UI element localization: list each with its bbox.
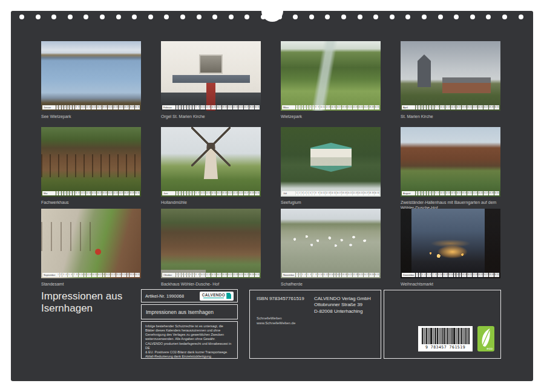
- strip-day-cell: 17: [339, 273, 342, 277]
- strip-day-cell: 14: [451, 273, 453, 277]
- calendar-cell: April12345678910111213141516171819202122…: [401, 41, 500, 127]
- strip-day-cell: 10: [440, 273, 442, 277]
- calendar-photo: März123456789101112131415161718192021222…: [281, 41, 381, 111]
- strip-day-cell: 16: [217, 191, 219, 195]
- calendar-cell: Oktober123456789101112131415161718192021…: [161, 209, 261, 287]
- strip-day-cell: 31: [377, 273, 379, 277]
- strip-day-cell: 25: [241, 105, 243, 109]
- strip-day-cell: 25: [361, 105, 363, 109]
- barcode-bar: [467, 328, 468, 344]
- strip-day-cell: 8: [195, 105, 197, 109]
- strip-day-cell: 14: [331, 105, 333, 109]
- hanger-hole: [261, 0, 283, 22]
- strip-day-cell: 10: [81, 273, 84, 277]
- strip-day-cell: 20: [467, 191, 470, 195]
- strip-day-cell: 23: [355, 105, 358, 109]
- mini-calendar-strip: Oktober123456789101112131415161718192021…: [162, 273, 260, 277]
- calendar-cell: Januar1234567891011121314151617181920212…: [41, 41, 141, 127]
- strip-day-cell: 1: [57, 273, 59, 277]
- strip-day-cell: 27: [126, 191, 129, 195]
- strip-day-cell: 1: [296, 273, 298, 277]
- strip-day-cell: 27: [366, 105, 369, 109]
- strip-day-cell: 25: [241, 191, 243, 195]
- photo-caption: St. Marien Kirche: [401, 114, 500, 119]
- strip-day-cell: 24: [119, 273, 121, 277]
- strip-month-label: September: [42, 273, 57, 277]
- strip-day-cell: 6: [309, 105, 312, 109]
- strip-day-cell: 18: [102, 105, 105, 109]
- eco-label: eco: [487, 347, 493, 350]
- strip-day-cell: 12: [326, 191, 328, 195]
- strip-day-cell: 31: [257, 273, 260, 277]
- punch-hole: [486, 15, 491, 19]
- strip-day-cell: 21: [110, 191, 113, 195]
- strip-day-cell: 11: [83, 191, 85, 195]
- strip-day-cell: 8: [315, 105, 317, 109]
- strip-day-cell: 25: [121, 191, 123, 195]
- calvendo-logo: CALVENDO: [200, 292, 234, 301]
- punch-hole: [325, 15, 330, 19]
- strip-day-cell: 29: [491, 191, 494, 195]
- author-credit: SchnelleWelten www.SchnelleWelten.de: [257, 316, 295, 325]
- strip-day-cell: 7: [432, 105, 434, 109]
- strip-day-cell: 19: [344, 273, 347, 277]
- strip-day-cell: 21: [470, 191, 472, 195]
- strip-day-cell: 15: [453, 105, 456, 109]
- strip-day-cell: 12: [206, 273, 208, 277]
- strip-day-cell: 23: [475, 105, 477, 109]
- strip-day-cell: 5: [307, 273, 309, 277]
- strip-day-cell: 8: [195, 273, 197, 277]
- strip-day-cell: 10: [200, 105, 203, 109]
- strip-day-cell: 4: [424, 273, 426, 277]
- strip-day-cell: 2: [298, 105, 301, 109]
- strip-day-cell: 15: [333, 191, 336, 195]
- strip-day-cell: 31: [377, 191, 379, 195]
- strip-day-cell: 25: [361, 191, 363, 195]
- strip-day-cell: 5: [68, 273, 70, 277]
- strip-month-label: Dezember: [402, 273, 415, 277]
- strip-day-cell: 26: [364, 191, 366, 195]
- strip-day-cell: 29: [252, 191, 254, 195]
- strip-day-cell: 31: [137, 105, 140, 109]
- strip-day-cell: 3: [301, 273, 304, 277]
- strip-day-cell: 13: [448, 105, 450, 109]
- strip-day-cell: 9: [77, 105, 80, 109]
- calendar-cell: Juni123456789101112131415161718192021222…: [161, 127, 261, 209]
- mini-calendar-strip: Dezember12345678910111213141516171819202…: [402, 273, 499, 277]
- strip-day-cell: 30: [375, 105, 377, 109]
- punch-hole: [197, 15, 202, 19]
- calendar-cell: Dezember12345678910111213141516171819202…: [401, 209, 500, 287]
- strip-day-cell: 17: [100, 273, 102, 277]
- strip-day-cell: 17: [219, 105, 221, 109]
- strip-month-label: Juli: [282, 191, 295, 195]
- title-box: Impressionen aus Isernhagen: [141, 304, 238, 319]
- strip-day-cell: 5: [427, 191, 429, 195]
- strip-day-cell: 8: [76, 273, 78, 277]
- barcode-bar: [453, 328, 455, 344]
- strip-day-cell: 28: [489, 105, 491, 109]
- strip-day-cell: 16: [97, 273, 100, 277]
- strip-day-cell: 25: [480, 105, 483, 109]
- strip-day-cell: 17: [99, 191, 102, 195]
- strip-day-cell: 7: [73, 273, 76, 277]
- strip-day-cell: 4: [64, 105, 67, 109]
- strip-day-cell: 7: [73, 191, 75, 195]
- punch-hole: [68, 15, 73, 19]
- strip-day-cell: 31: [497, 191, 499, 195]
- strip-day-cell: 13: [328, 105, 330, 109]
- punch-hole: [212, 15, 217, 19]
- strip-day-cell: 6: [189, 191, 192, 195]
- strip-day-cell: 14: [211, 191, 214, 195]
- strip-day-cell: 5: [307, 105, 309, 109]
- strip-day-cell: 1: [416, 105, 418, 109]
- publisher-address: CALVENDO Verlag GmbH Ottobrunner Straße …: [314, 296, 371, 315]
- calvendo-logo-rule: [203, 298, 224, 298]
- calendar-photo: April12345678910111213141516171819202122…: [401, 41, 500, 111]
- strip-day-cell: 17: [459, 105, 461, 109]
- strip-day-cell: 21: [111, 273, 113, 277]
- strip-day-cell: 14: [451, 191, 453, 195]
- punch-hole: [293, 15, 298, 19]
- strip-day-cell: 11: [203, 105, 205, 109]
- strip-day-cell: 24: [478, 191, 480, 195]
- strip-day-cell: 7: [192, 273, 195, 277]
